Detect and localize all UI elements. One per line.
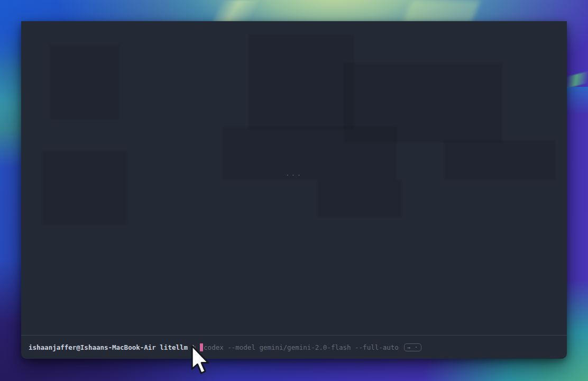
accept-suggestion-hint-badge: → ·: [404, 343, 421, 351]
mouse-cursor-icon: [189, 344, 210, 377]
loading-indicator: ···: [286, 171, 302, 179]
wallpaper-teal-streak: [566, 71, 588, 88]
shell-prompt-text: ishaanjaffer@Ishaans-MacBook-Air litellm…: [29, 343, 196, 351]
desktop: { "desktop": { "wallpaper": { "palette":…: [0, 0, 588, 381]
wallpaper-light-ray: [402, 0, 481, 23]
wallpaper-light-ray: [212, 0, 259, 23]
terminal-output-area: ···: [21, 21, 567, 335]
terminal-prompt-line[interactable]: ishaanjaffer@Ishaans-MacBook-Air litellm…: [21, 335, 567, 359]
autosuggestion-text: codex --model gemini/gemini-2.0-flash --…: [204, 343, 399, 351]
wallpaper-blue-band: [567, 87, 588, 114]
terminal-window[interactable]: ··· ishaanjaffer@Ishaans-MacBook-Air lit…: [21, 21, 567, 359]
